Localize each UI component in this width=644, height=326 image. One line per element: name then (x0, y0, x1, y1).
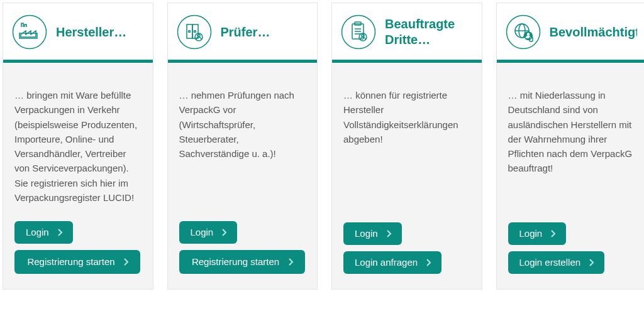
card-description: … bringen mit Ware befüllte Verpackungen… (14, 88, 142, 205)
card-header: Bevollmächtigte… (497, 3, 645, 60)
chevron-right-icon (124, 258, 129, 266)
role-cards: Hersteller… … bringen mit Ware befüllte … (3, 3, 644, 290)
chevron-right-icon (289, 258, 294, 266)
card-description: … können für registrierte Hersteller Vol… (343, 88, 470, 206)
svg-point-5 (188, 31, 190, 33)
login-button[interactable]: Login (508, 222, 567, 245)
button-label: Login (355, 228, 378, 239)
button-label: Login (191, 227, 214, 238)
svg-point-6 (194, 31, 196, 33)
card-body: … nehmen Prüfungen nach VerpackG vor (Wi… (168, 63, 318, 289)
binders-icon (177, 14, 212, 50)
card-description: … nehmen Prüfungen nach VerpackG vor (Wi… (179, 88, 306, 205)
svg-point-16 (362, 35, 364, 37)
login-request-button[interactable]: Login anfragen (343, 251, 441, 274)
svg-point-9 (342, 16, 375, 49)
clipboard-user-icon (341, 14, 376, 50)
chevron-right-icon (387, 230, 392, 237)
chevron-right-icon (58, 229, 63, 236)
card-body: … können für registrierte Hersteller Vol… (332, 63, 482, 289)
svg-point-8 (197, 35, 200, 37)
register-button[interactable]: Registrierung starten (14, 250, 140, 274)
button-label: Login (26, 227, 49, 238)
login-button[interactable]: Login (14, 221, 73, 244)
button-label: Login anfragen (355, 257, 418, 268)
card-actions: Login Registrierung starten (179, 221, 306, 274)
card-actions: Login Login anfragen (343, 222, 470, 274)
button-label: Login (519, 228, 543, 239)
card-pruefer: Prüfer… … nehmen Prüfungen nach VerpackG… (167, 3, 318, 290)
login-create-button[interactable]: Login erstellen (508, 251, 605, 274)
button-label: Registrierung starten (192, 256, 280, 268)
card-beauftragte-dritte: Beauftragte Dritte… … können für registr… (331, 3, 482, 290)
card-title: Beauftragte Dritte… (385, 16, 473, 48)
card-header: Beauftragte Dritte… (332, 3, 482, 60)
chevron-right-icon (589, 259, 594, 266)
svg-point-17 (506, 16, 540, 49)
card-body: … mit Niederlassung in Deutschland sind … (497, 63, 645, 289)
card-title: Prüfer… (221, 24, 270, 40)
card-bevollmaechtigte: Bevollmächtigte… … mit Niederlassung in … (496, 3, 645, 290)
card-header: Hersteller… (3, 3, 153, 60)
card-title: Bevollmächtigte… (550, 24, 638, 40)
login-button[interactable]: Login (343, 222, 402, 245)
chevron-right-icon (222, 229, 227, 236)
chevron-right-icon (426, 259, 431, 266)
chevron-right-icon (551, 230, 556, 237)
card-hersteller: Hersteller… … bringen mit Ware befüllte … (3, 3, 153, 290)
factory-icon (12, 14, 47, 50)
card-description: … mit Niederlassung in Deutschland sind … (508, 88, 635, 206)
svg-rect-3 (187, 24, 192, 38)
svg-point-22 (526, 33, 529, 35)
login-button[interactable]: Login (179, 221, 238, 244)
card-title: Hersteller… (56, 24, 126, 40)
card-header: Prüfer… (168, 3, 318, 60)
register-button[interactable]: Registrierung starten (179, 250, 305, 274)
button-label: Login erstellen (519, 257, 581, 268)
button-label: Registrierung starten (27, 256, 115, 268)
card-actions: Login Login erstellen (508, 222, 635, 274)
card-body: … bringen mit Ware befüllte Verpackungen… (3, 63, 153, 289)
globe-user-icon (506, 14, 541, 50)
card-actions: Login Registrierung starten (14, 221, 142, 274)
